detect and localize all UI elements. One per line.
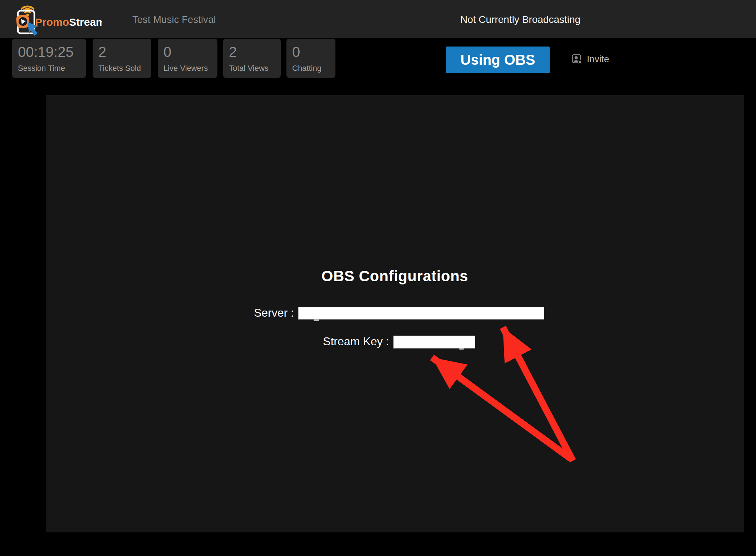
stat-card-session-time: 00:19:25 Session Time bbox=[12, 39, 86, 78]
stat-card-live-viewers: 0 Live Viewers bbox=[158, 39, 217, 78]
broadcast-status: Not Currently Broadcasting bbox=[460, 14, 580, 25]
top-navbar: PromoStream Test Music Festival Not Curr… bbox=[0, 0, 756, 38]
brand-promo: Promo bbox=[35, 16, 69, 28]
tickets-sold-value: 2 bbox=[98, 44, 151, 59]
server-field-label: Server : bbox=[254, 306, 294, 320]
event-title: Test Music Festival bbox=[132, 14, 216, 25]
using-obs-button[interactable]: Using OBS bbox=[446, 47, 550, 73]
person-remove-icon bbox=[571, 54, 582, 64]
stat-card-tickets-sold: 2 Tickets Sold bbox=[93, 39, 151, 78]
stat-card-total-views: 2 Total Views bbox=[223, 39, 281, 78]
brand-wordmark: PromoStream bbox=[35, 16, 102, 28]
stream-key-field-label: Stream Key : bbox=[323, 335, 389, 348]
live-viewers-value: 0 bbox=[163, 44, 217, 59]
promostream-logo[interactable]: PromoStream bbox=[13, 2, 102, 38]
chatting-value: 0 bbox=[292, 44, 335, 59]
total-views-label: Total Views bbox=[229, 64, 281, 73]
brand-stream: Stream bbox=[69, 16, 102, 28]
session-time-label: Session Time bbox=[18, 64, 86, 73]
chatting-label: Chatting bbox=[292, 64, 335, 73]
live-viewers-label: Live Viewers bbox=[163, 64, 217, 73]
stream-key-input[interactable] bbox=[393, 336, 475, 348]
session-time-value: 00:19:25 bbox=[18, 44, 86, 59]
server-input[interactable] bbox=[298, 307, 544, 320]
total-views-value: 2 bbox=[229, 44, 281, 59]
invite-button[interactable]: Invite bbox=[571, 53, 609, 65]
obs-configurations-title: OBS Configurations bbox=[46, 268, 744, 285]
tickets-sold-label: Tickets Sold bbox=[98, 64, 151, 73]
invite-label: Invite bbox=[587, 54, 609, 65]
play-tile-icon bbox=[16, 14, 30, 29]
stat-card-chatting: 0 Chatting bbox=[286, 39, 335, 78]
